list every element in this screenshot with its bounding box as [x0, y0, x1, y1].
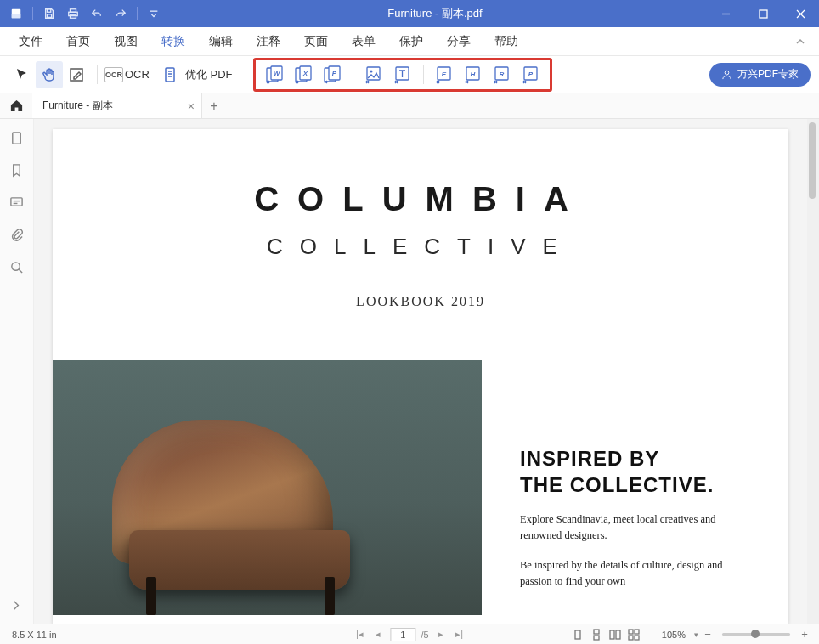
zoom-in-button[interactable]: + — [799, 629, 811, 641]
svg-text:R: R — [499, 71, 504, 78]
page: COLUMBIA COLLECTIVE LOOKBOOK 2019 INSPIR… — [53, 129, 788, 624]
to-html-icon[interactable]: H — [461, 63, 485, 87]
svg-rect-6 — [71, 15, 76, 19]
svg-text:E: E — [441, 71, 446, 78]
to-pdfa-icon[interactable]: P — [519, 63, 543, 87]
attachments-icon[interactable] — [7, 224, 27, 245]
hand-tool-icon[interactable] — [36, 61, 63, 88]
search-icon[interactable] — [7, 257, 27, 277]
continuous-view-icon[interactable] — [589, 628, 604, 641]
doc-paragraph-2: Be inspired by the details of culture, d… — [520, 557, 741, 590]
optimize-label[interactable]: 优化 PDF — [185, 67, 233, 82]
menu-convert[interactable]: 转换 — [150, 29, 197, 54]
promo-button[interactable]: 万兴PDF专家 — [709, 63, 811, 87]
two-continuous-view-icon[interactable] — [626, 628, 641, 641]
doc-brand: COLUMBIA — [53, 180, 788, 218]
new-tab-button[interactable]: + — [202, 94, 226, 118]
bookmarks-icon[interactable] — [7, 160, 27, 180]
vertical-scrollbar[interactable] — [807, 119, 819, 624]
zoom-slider[interactable] — [722, 633, 790, 636]
svg-rect-35 — [13, 132, 20, 143]
title-bar: Furniture - 副本.pdf — [0, 0, 819, 27]
undo-icon[interactable] — [88, 4, 106, 23]
edit-tool-icon[interactable] — [63, 61, 90, 88]
comments-icon[interactable] — [7, 192, 27, 212]
svg-text:P: P — [528, 71, 533, 78]
toolbar: OCR OCR 优化 PDF W X P E H R P 万兴PDF专家 — [0, 56, 819, 93]
user-icon — [721, 69, 732, 80]
zoom-dropdown-icon[interactable]: ▾ — [694, 630, 698, 639]
ocr-icon[interactable]: OCR — [104, 67, 123, 82]
svg-rect-43 — [594, 636, 599, 640]
optimize-pdf-icon[interactable] — [156, 61, 184, 88]
print-icon[interactable] — [64, 4, 82, 23]
zoom-out-button[interactable]: − — [702, 629, 714, 641]
document-tab[interactable]: Furniture - 副本 × — [32, 93, 202, 118]
expand-panel-icon[interactable] — [7, 595, 27, 615]
svg-rect-49 — [635, 636, 639, 640]
menu-edit[interactable]: 编辑 — [197, 29, 245, 54]
svg-rect-3 — [47, 14, 51, 18]
menu-form[interactable]: 表单 — [340, 29, 387, 54]
svg-point-24 — [370, 70, 372, 72]
svg-text:H: H — [470, 71, 475, 78]
redo-icon[interactable] — [111, 4, 130, 23]
menu-share[interactable]: 分享 — [435, 29, 483, 54]
single-page-view-icon[interactable] — [570, 628, 585, 641]
home-tab-button[interactable] — [0, 93, 32, 118]
svg-text:P: P — [331, 70, 336, 77]
svg-rect-36 — [11, 197, 22, 205]
menu-protect[interactable]: 保护 — [387, 29, 435, 54]
thumbnails-icon[interactable] — [7, 127, 27, 148]
svg-rect-44 — [610, 630, 614, 639]
menu-comment[interactable]: 注释 — [245, 29, 292, 54]
last-page-button[interactable]: ▸| — [453, 628, 466, 641]
menu-file[interactable]: 文件 — [7, 29, 54, 54]
menu-bar: 文件 首页 视图 转换 编辑 注释 页面 表单 保护 分享 帮助 — [0, 27, 819, 56]
to-epub-icon[interactable]: E — [432, 63, 456, 87]
first-page-button[interactable]: |◂ — [353, 628, 366, 641]
to-rtf-icon[interactable]: R — [490, 63, 514, 87]
svg-rect-47 — [635, 630, 639, 634]
svg-point-34 — [725, 71, 729, 75]
to-excel-icon[interactable]: X — [291, 63, 315, 87]
page-nav: |◂ ◂ 1 /5 ▸ ▸| — [353, 628, 466, 641]
two-page-view-icon[interactable] — [607, 628, 623, 641]
current-page-input[interactable]: 1 — [390, 628, 415, 641]
svg-rect-7 — [150, 11, 158, 12]
to-image-icon[interactable] — [362, 63, 386, 87]
svg-rect-42 — [594, 630, 599, 634]
zoom-slider-thumb[interactable] — [751, 630, 760, 638]
maximize-button[interactable] — [744, 0, 782, 27]
menu-page[interactable]: 页面 — [292, 29, 340, 54]
svg-rect-13 — [166, 68, 174, 82]
close-button[interactable] — [782, 0, 819, 27]
menu-home[interactable]: 首页 — [54, 29, 102, 54]
ocr-label[interactable]: OCR — [125, 68, 150, 81]
menu-help[interactable]: 帮助 — [483, 29, 530, 54]
select-tool-icon[interactable] — [8, 61, 36, 88]
total-pages: /5 — [421, 630, 428, 640]
app-logo-icon[interactable] — [7, 4, 25, 23]
collapse-ribbon-icon[interactable] — [788, 30, 812, 54]
scrollbar-thumb[interactable] — [809, 122, 816, 199]
svg-rect-45 — [616, 630, 620, 639]
tab-title: Furniture - 副本 — [42, 99, 113, 113]
tab-close-icon[interactable]: × — [188, 99, 195, 113]
to-text-icon[interactable] — [391, 63, 415, 87]
to-ppt-icon[interactable]: P — [320, 63, 344, 87]
minimize-button[interactable] — [707, 0, 744, 27]
svg-rect-23 — [367, 67, 380, 80]
document-canvas[interactable]: COLUMBIA COLLECTIVE LOOKBOOK 2019 INSPIR… — [34, 119, 807, 624]
window-title: Furniture - 副本.pdf — [163, 6, 707, 21]
menu-view[interactable]: 视图 — [102, 29, 150, 54]
qat-dropdown-icon[interactable] — [144, 4, 163, 23]
to-word-icon[interactable]: W — [263, 63, 286, 87]
next-page-button[interactable]: ▸ — [434, 628, 448, 641]
svg-line-40 — [19, 269, 22, 273]
status-bar: 8.5 X 11 in |◂ ◂ 1 /5 ▸ ▸| 105% ▾ − + — [0, 624, 819, 644]
prev-page-button[interactable]: ◂ — [371, 628, 385, 641]
convert-tools-group: W X P E H R P — [253, 58, 552, 92]
save-icon[interactable] — [40, 4, 59, 23]
svg-rect-48 — [629, 636, 633, 640]
